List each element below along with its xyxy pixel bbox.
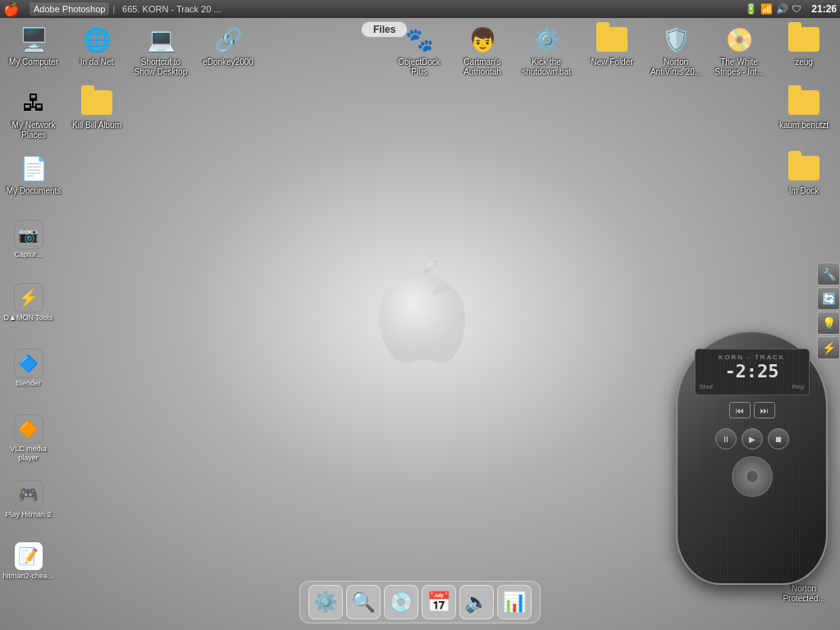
icon-edonkey[interactable]: 🔗 eDonkey2000 (199, 23, 258, 67)
hitman2-icon: 🎮 (14, 480, 43, 509)
shortcut-show-desktop-label: Shortcut to Show Desktop (131, 57, 190, 77)
prev-btn[interactable]: ⏮ (729, 402, 751, 418)
icon-norton[interactable]: 🛡️ Norton AntiVirus 20... (646, 23, 705, 77)
im-dock-icon (788, 152, 820, 185)
im-dock-label: Im Dock (789, 186, 819, 196)
norton-protected-label: Norton Protected... (774, 584, 833, 604)
icon-cartman[interactable]: 👦 Cartman's Authoritah (453, 23, 512, 77)
media-playback-controls: ⏸ ▶ ⏹ (715, 428, 789, 450)
in-da-net-icon: 🌐 (80, 23, 113, 56)
volume-icon: 🔊 (776, 3, 788, 15)
icon-my-network[interactable]: 🖧 My Network Places (4, 86, 63, 140)
apple-menu-icon[interactable]: 🍎 (3, 2, 20, 17)
scroll-wheel[interactable] (732, 456, 773, 497)
kill-bill-label: Kill Bill Album (72, 121, 121, 130)
hitman2-cheat-icon: 📝 (14, 541, 43, 571)
daemon-tools-label: D▲MON Tools (4, 313, 53, 322)
my-documents-icon: 📄 (17, 152, 50, 185)
media-player-body: KORN - TRACK -2:25 Shuf Rep ⏮ ⏭ ⏸ ▶ ⏹ (676, 331, 828, 585)
blender-icon: 🔷 (14, 349, 43, 378)
taskbar-top[interactable]: 🍎 Adobe Photoshop | 665. KORN - Track 20… (0, 0, 840, 18)
my-documents-label: My Documents (7, 186, 62, 196)
edonkey-label: eDonkey2000 (203, 57, 253, 67)
zeug-label: zeug (795, 57, 813, 67)
kick-shutdown-label: Kick the shutdown.bat (517, 57, 576, 77)
cartman-icon: 👦 (466, 23, 499, 56)
kick-shutdown-icon: ⚙️ (530, 23, 563, 56)
norton-label: Norton AntiVirus 20... (646, 57, 705, 77)
white-stripes-label: The White Stripes - Int... (710, 57, 769, 77)
vlc-icon: 🔶 (14, 414, 43, 444)
sidebar-vlc[interactable]: 🔶 VLC media player (2, 414, 55, 463)
icon-white-stripes[interactable]: 📀 The White Stripes - Int... (710, 23, 769, 77)
icon-objectdock[interactable]: 🐾 ObjectDock Plus (390, 23, 449, 77)
icon-kick-shutdown[interactable]: ⚙️ Kick the shutdown.bat (517, 23, 576, 77)
icon-my-documents[interactable]: 📄 My Documents (4, 152, 63, 196)
capture-label: Captur... (14, 250, 42, 259)
dock-cd-icon[interactable]: 💿 (384, 585, 418, 619)
dock-gear-icon[interactable]: ⚙️ (308, 585, 343, 619)
hitman2-label: Play Hitman 2 (5, 510, 51, 519)
objectdock-icon: 🐾 (403, 23, 436, 56)
white-stripes-icon: 📀 (723, 23, 756, 56)
right-panel-icon-2[interactable]: 🔄 (817, 287, 840, 310)
network-icon: 📶 (760, 3, 773, 15)
dock-audio-icon[interactable]: 🔊 (459, 585, 494, 619)
icon-im-dock[interactable]: Im Dock (774, 152, 833, 196)
blender-label: Blender (16, 379, 41, 388)
my-network-label: My Network Places (4, 121, 63, 140)
my-computer-label: My Computer (9, 57, 58, 67)
sidebar-hitman2[interactable]: 🎮 Play Hitman 2 (2, 480, 55, 519)
sidebar-hitman2-cheat[interactable]: 📝 hitman2-chea... (2, 541, 55, 581)
norton-icon: 🛡️ (660, 23, 692, 56)
kill-bill-icon (80, 86, 113, 119)
play-btn[interactable]: ▶ (742, 428, 763, 450)
bottom-dock: ⚙️ 🔍 💿 📅 🔊 📊 (299, 581, 541, 623)
apple-logo (371, 257, 469, 373)
icon-shortcut-show-desktop[interactable]: 💻 Shortcut to Show Desktop (131, 23, 190, 77)
rep-label: Rep (792, 383, 805, 390)
icon-kaum-benutzt[interactable]: kaum benutzt (774, 86, 833, 130)
media-player-widget: KORN - TRACK -2:25 Shuf Rep ⏮ ⏭ ⏸ ▶ ⏹ (676, 331, 828, 585)
taskbar-photoshop[interactable]: Adobe Photoshop (30, 2, 109, 16)
new-folder-icon (596, 23, 628, 56)
cartman-label: Cartman's Authoritah (453, 57, 512, 77)
sidebar-daemon-tools[interactable]: ⚡ D▲MON Tools (2, 283, 55, 322)
hitman2-cheat-label: hitman2-chea... (2, 572, 53, 581)
dock-calendar-icon[interactable]: 📅 (422, 585, 456, 619)
stop-btn[interactable]: ⏹ (768, 428, 789, 450)
vlc-label: VLC media player (2, 445, 55, 463)
antivirus-icon: 🛡 (792, 3, 801, 15)
icon-kill-bill[interactable]: Kill Bill Album (67, 86, 126, 130)
icon-zeug[interactable]: zeug (774, 23, 833, 67)
clock: 21:26 (811, 3, 837, 15)
icon-new-folder[interactable]: New Folder (582, 23, 641, 67)
capture-icon: 📷 (14, 220, 43, 249)
media-seek-controls: ⏮ ⏭ (729, 402, 775, 418)
new-folder-label: New Folder (591, 57, 632, 67)
zeug-icon (788, 23, 820, 56)
media-time-display: -2:25 (700, 361, 805, 381)
dock-chart-icon[interactable]: 📊 (497, 585, 532, 619)
sidebar-capture[interactable]: 📷 Captur... (2, 220, 55, 259)
taskbar-korn[interactable]: 665. KORN - Track 20 ... (118, 2, 225, 16)
in-da-net-label: In da Net (80, 57, 114, 67)
dock-search-icon[interactable]: 🔍 (346, 585, 381, 619)
media-track-label: KORN - TRACK (700, 354, 805, 361)
edonkey-icon: 🔗 (212, 23, 244, 56)
daemon-tools-icon: ⚡ (14, 283, 43, 313)
media-player-screen: KORN - TRACK -2:25 Shuf Rep (695, 349, 810, 395)
icon-my-computer[interactable]: 🖥️ My Computer (4, 23, 63, 67)
battery-icon: 🔋 (745, 3, 757, 15)
my-computer-icon: 🖥️ (17, 23, 50, 56)
right-panel-icon-1[interactable]: 🔧 (817, 262, 840, 285)
my-network-icon: 🖧 (17, 86, 50, 119)
icon-in-da-net[interactable]: 🌐 In da Net (67, 23, 126, 67)
pause-btn[interactable]: ⏸ (715, 428, 737, 450)
objectdock-label: ObjectDock Plus (390, 57, 449, 77)
sidebar-blender[interactable]: 🔷 Blender (2, 349, 55, 388)
kaum-benutzt-label: kaum benutzt (779, 121, 829, 130)
next-btn[interactable]: ⏭ (754, 402, 775, 418)
shortcut-show-desktop-icon: 💻 (144, 23, 177, 56)
kaum-benutzt-icon (788, 86, 820, 119)
